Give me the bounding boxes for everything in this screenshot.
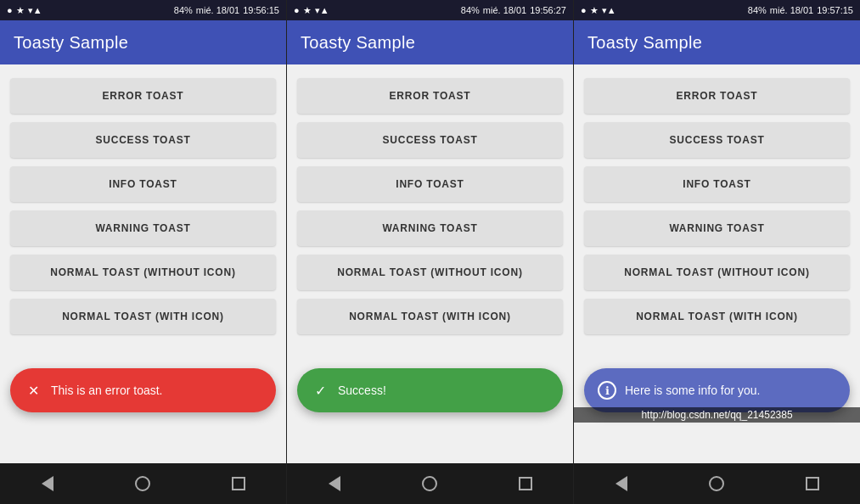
notification-dot-icon: ● xyxy=(7,5,13,15)
recents-square-icon-2 xyxy=(519,477,532,490)
success-toast-button-2[interactable]: SUCCESS TOAST xyxy=(297,122,563,158)
battery-percent-2: 84% xyxy=(461,5,480,15)
back-button-2[interactable] xyxy=(318,467,351,501)
bottom-nav-2 xyxy=(287,463,573,504)
back-arrow-icon-3 xyxy=(615,476,627,491)
back-button-3[interactable] xyxy=(604,467,638,501)
time-3: 19:57:15 xyxy=(817,5,853,15)
back-arrow-icon-2 xyxy=(329,476,340,491)
bottom-nav-1 xyxy=(0,463,286,504)
home-button-3[interactable] xyxy=(700,467,734,501)
home-circle-icon-1 xyxy=(135,476,150,491)
error-toast-button-3[interactable]: ERROR TOAST xyxy=(584,78,850,114)
recents-button-3[interactable] xyxy=(795,467,829,501)
toast-error-icon-1: ✕ xyxy=(24,381,42,400)
normal-with-icon-button-3[interactable]: NORMAL TOAST (WITH ICON) xyxy=(584,299,850,334)
status-bar-2: ● ★ ▾▲ 84% mié. 18/01 19:56:27 xyxy=(287,0,573,20)
status-bar-right-3: 84% mié. 18/01 19:57:15 xyxy=(748,5,853,15)
error-toast-1: ✕ This is an error toast. xyxy=(10,368,276,412)
status-bar-3: ● ★ ▾▲ 84% mié. 18/01 19:57:15 xyxy=(574,0,860,20)
phone-screen-1: ● ★ ▾▲ 84% mié. 18/01 19:56:15 Toasty Sa… xyxy=(0,0,287,504)
normal-with-icon-button-1[interactable]: NORMAL TOAST (WITH ICON) xyxy=(10,299,276,334)
toast-info-icon-3: ℹ xyxy=(598,381,616,400)
date-1: mié. 18/01 xyxy=(196,5,239,15)
home-button-2[interactable] xyxy=(413,467,447,501)
date-3: mié. 18/01 xyxy=(770,5,813,15)
status-bar-1: ● ★ ▾▲ 84% mié. 18/01 19:56:15 xyxy=(0,0,286,20)
status-bar-left-3: ● ★ ▾▲ xyxy=(581,5,616,16)
warning-toast-button-1[interactable]: WARNING TOAST xyxy=(10,210,276,246)
error-toast-button-1[interactable]: ERROR TOAST xyxy=(10,78,276,114)
toast-success-icon-2: ✓ xyxy=(311,381,329,400)
app-title-1: Toasty Sample xyxy=(14,33,128,53)
back-arrow-icon-1 xyxy=(42,476,53,491)
app-title-3: Toasty Sample xyxy=(587,33,702,53)
home-circle-icon-2 xyxy=(422,476,437,491)
info-toast-button-1[interactable]: INFO TOAST xyxy=(10,166,276,202)
toast-success-text-2: Success! xyxy=(338,384,386,397)
app-bar-2: Toasty Sample xyxy=(287,20,573,64)
recents-square-icon-1 xyxy=(232,477,245,490)
warning-toast-button-3[interactable]: WARNING TOAST xyxy=(584,210,850,246)
wifi-icon: ▾▲ xyxy=(28,5,42,16)
recents-button-2[interactable] xyxy=(509,467,542,501)
success-toast-button-3[interactable]: SUCCESS TOAST xyxy=(584,122,850,158)
content-2: ERROR TOAST SUCCESS TOAST INFO TOAST WAR… xyxy=(287,64,573,463)
normal-no-icon-button-3[interactable]: NORMAL TOAST (WITHOUT ICON) xyxy=(584,255,850,290)
battery-percent-3: 84% xyxy=(748,5,767,15)
app-title-2: Toasty Sample xyxy=(301,33,415,53)
status-bar-right-1: 84% mié. 18/01 19:56:15 xyxy=(174,5,279,15)
home-circle-icon-3 xyxy=(709,476,724,491)
success-toast-button-1[interactable]: SUCCESS TOAST xyxy=(10,122,276,158)
battery-percent-1: 84% xyxy=(174,5,193,15)
star-icon: ★ xyxy=(16,5,25,16)
notification-dot-icon-2: ● xyxy=(294,5,300,15)
status-bar-right-2: 84% mié. 18/01 19:56:27 xyxy=(461,5,566,15)
app-bar-1: Toasty Sample xyxy=(0,20,286,64)
bottom-nav-3 xyxy=(574,463,860,504)
date-2: mié. 18/01 xyxy=(483,5,526,15)
star-icon-2: ★ xyxy=(303,5,312,16)
toast-info-text-3: Here is some info for you. xyxy=(625,384,761,397)
info-toast-button-2[interactable]: INFO TOAST xyxy=(297,166,563,202)
warning-toast-button-2[interactable]: WARNING TOAST xyxy=(297,210,563,246)
time-1: 19:56:15 xyxy=(243,5,279,15)
notification-dot-icon-3: ● xyxy=(581,5,587,15)
toast-error-text-1: This is an error toast. xyxy=(51,384,163,397)
normal-no-icon-button-2[interactable]: NORMAL TOAST (WITHOUT ICON) xyxy=(297,255,563,290)
phone-screen-3: ● ★ ▾▲ 84% mié. 18/01 19:57:15 Toasty Sa… xyxy=(574,0,860,504)
info-toast-3: ℹ Here is some info for you. xyxy=(584,368,850,412)
status-bar-left-1: ● ★ ▾▲ xyxy=(7,5,42,16)
app-bar-3: Toasty Sample xyxy=(574,20,860,64)
star-icon-3: ★ xyxy=(590,5,599,16)
success-toast-2: ✓ Success! xyxy=(297,368,563,412)
back-button-1[interactable] xyxy=(31,467,65,501)
info-toast-button-3[interactable]: INFO TOAST xyxy=(584,166,850,202)
phone-screen-2: ● ★ ▾▲ 84% mié. 18/01 19:56:27 Toasty Sa… xyxy=(287,0,574,504)
error-toast-button-2[interactable]: ERROR TOAST xyxy=(297,78,563,114)
time-2: 19:56:27 xyxy=(530,5,566,15)
content-1: ERROR TOAST SUCCESS TOAST INFO TOAST WAR… xyxy=(0,64,286,463)
content-3: ERROR TOAST SUCCESS TOAST INFO TOAST WAR… xyxy=(574,64,860,463)
home-button-1[interactable] xyxy=(126,467,160,501)
recents-square-icon-3 xyxy=(806,477,819,490)
wifi-icon-2: ▾▲ xyxy=(315,5,329,16)
normal-with-icon-button-2[interactable]: NORMAL TOAST (WITH ICON) xyxy=(297,299,563,334)
status-bar-left-2: ● ★ ▾▲ xyxy=(294,5,329,16)
recents-button-1[interactable] xyxy=(222,467,256,501)
normal-no-icon-button-1[interactable]: NORMAL TOAST (WITHOUT ICON) xyxy=(10,255,276,290)
wifi-icon-3: ▾▲ xyxy=(602,5,616,16)
